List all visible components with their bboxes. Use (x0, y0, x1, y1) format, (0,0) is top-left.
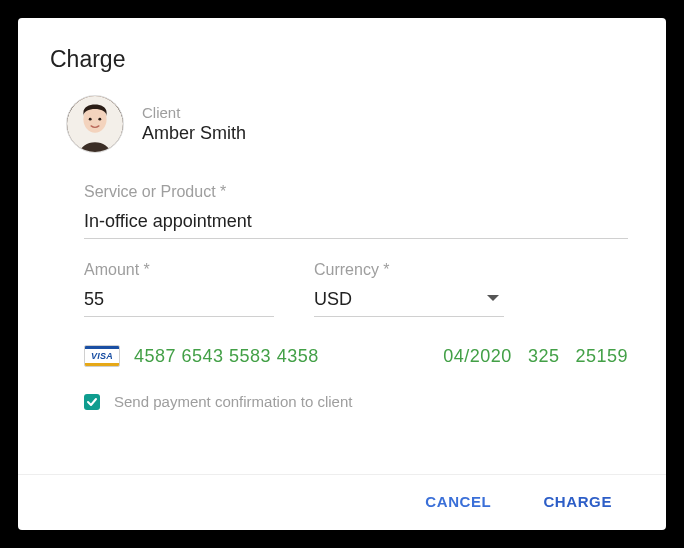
card-details: 04/2020 325 25159 (443, 346, 628, 367)
client-label: Client (142, 104, 246, 121)
card-cvc[interactable]: 325 (528, 346, 560, 367)
confirmation-checkbox[interactable] (84, 394, 100, 410)
confirmation-row: Send payment confirmation to client (84, 393, 628, 410)
currency-field: Currency * (314, 261, 504, 317)
amount-label: Amount * (84, 261, 274, 279)
avatar-image (67, 96, 123, 152)
confirmation-label: Send payment confirmation to client (114, 393, 352, 410)
charge-dialog: Charge Client Amber Smith Service or Pro… (18, 18, 666, 530)
amount-field: Amount * (84, 261, 274, 317)
amount-currency-row: Amount * Currency * (84, 261, 628, 317)
form-body: Service or Product * Amount * Currency *… (50, 183, 634, 454)
service-field: Service or Product * (84, 183, 628, 239)
currency-label: Currency * (314, 261, 504, 279)
amount-input[interactable] (84, 285, 274, 317)
client-row: Client Amber Smith (50, 95, 634, 153)
dialog-actions: CANCEL CHARGE (50, 475, 634, 514)
card-number[interactable]: 4587 6543 5583 4358 (134, 346, 429, 367)
card-expiry[interactable]: 04/2020 (443, 346, 512, 367)
check-icon (86, 396, 98, 408)
card-row: VISA 4587 6543 5583 4358 04/2020 325 251… (84, 345, 628, 367)
dialog-title: Charge (50, 46, 634, 73)
client-name: Amber Smith (142, 123, 246, 144)
currency-select[interactable] (314, 285, 504, 317)
card-zip[interactable]: 25159 (575, 346, 628, 367)
client-avatar (66, 95, 124, 153)
card-brand-icon: VISA (84, 345, 120, 367)
svg-point-2 (89, 118, 92, 121)
client-info: Client Amber Smith (142, 104, 246, 144)
cancel-button[interactable]: CANCEL (417, 489, 499, 514)
service-input[interactable] (84, 207, 628, 239)
charge-button[interactable]: CHARGE (535, 489, 620, 514)
service-label: Service or Product * (84, 183, 628, 201)
svg-point-3 (98, 118, 101, 121)
